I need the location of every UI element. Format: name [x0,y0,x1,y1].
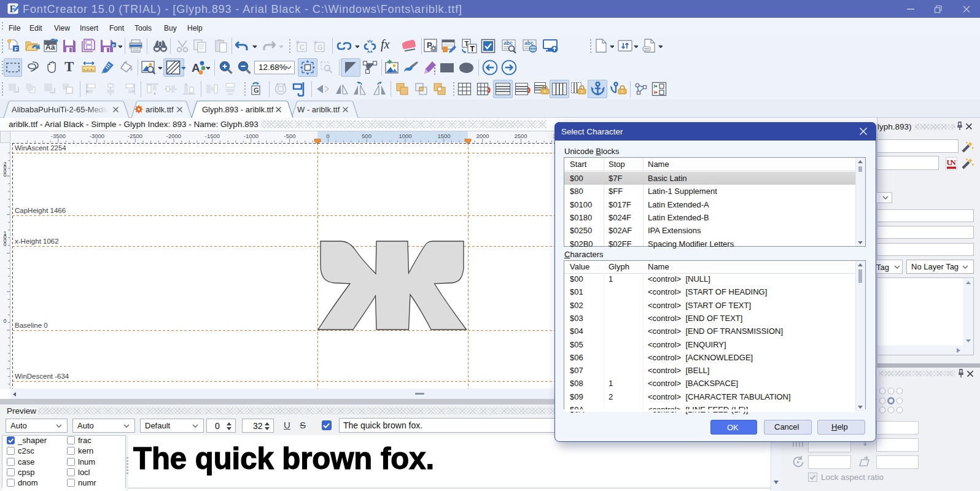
svg-text:N: N [951,158,957,167]
